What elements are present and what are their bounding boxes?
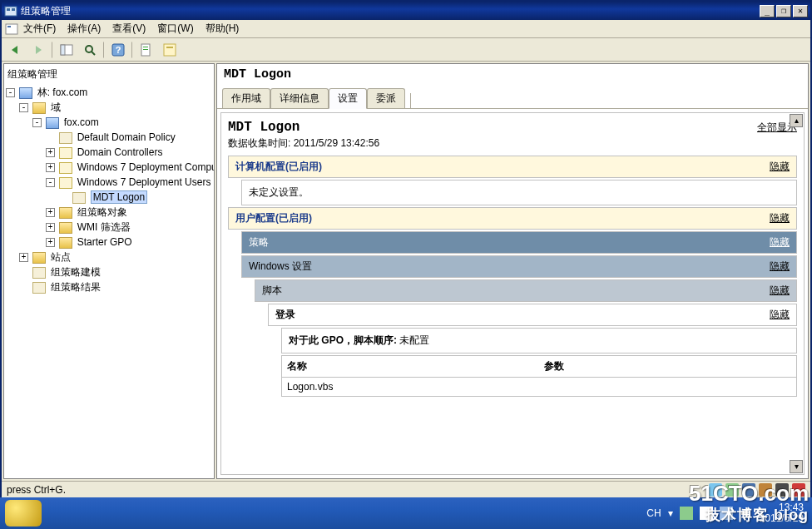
section-policy[interactable]: 策略 隐藏 xyxy=(241,231,797,254)
status-icon[interactable] xyxy=(742,483,755,497)
tree-wmi[interactable]: + WMI 筛选器 xyxy=(6,220,212,235)
folder-icon xyxy=(59,222,72,234)
tabs: 作用域 详细信息 设置 委派 xyxy=(217,85,808,109)
tree-modeling[interactable]: 组策略建模 xyxy=(6,264,212,279)
separator xyxy=(103,42,105,58)
tray-date[interactable]: 2011/5/29 xyxy=(760,513,804,524)
close-button[interactable]: ✕ xyxy=(793,5,808,17)
scroll-up-button[interactable]: ▴ xyxy=(790,114,803,127)
svg-rect-18 xyxy=(720,507,733,520)
tab-scope[interactable]: 作用域 xyxy=(222,88,270,108)
expander-icon[interactable]: + xyxy=(46,238,55,247)
flag-icon[interactable] xyxy=(700,507,713,520)
settings-report[interactable]: ▴ ▾ MDT Logon 全部显示 数据收集时间: 2011/5/29 13:… xyxy=(220,112,805,475)
status-icon[interactable] xyxy=(725,483,739,497)
tree-sites[interactable]: + 站点 xyxy=(6,250,212,264)
scroll-down-button[interactable]: ▾ xyxy=(790,460,803,473)
tab-separator xyxy=(410,93,411,108)
tree-view[interactable]: 组策略管理 - 林: fox.com - 域 - fox.com xyxy=(3,63,215,479)
tree-starter-gpo[interactable]: + Starter GPO xyxy=(6,235,212,250)
tab-details[interactable]: 详细信息 xyxy=(270,88,329,108)
app-icon xyxy=(4,4,17,17)
status-icon[interactable] xyxy=(759,483,772,497)
tab-settings[interactable]: 设置 xyxy=(329,88,367,109)
status-icon[interactable] xyxy=(792,483,805,497)
tree-w7u[interactable]: - Windows 7 Deployment Users xyxy=(6,175,212,190)
titlebar: 组策略管理 _ ❐ ✕ xyxy=(2,2,810,20)
svg-rect-4 xyxy=(7,26,11,27)
tree-label: WMI 筛选器 xyxy=(77,221,131,233)
tree-label: Starter GPO xyxy=(77,236,132,248)
table-row: Logon.vbs xyxy=(282,378,796,397)
toolbar-button-b[interactable] xyxy=(160,41,180,59)
section-computer-config[interactable]: 计算机配置(已启用) 隐藏 xyxy=(228,156,797,178)
find-button[interactable] xyxy=(80,41,100,59)
tree-results[interactable]: 组策略结果 xyxy=(6,279,212,294)
tree-label-selected: MDT Logon xyxy=(91,190,147,204)
status-bar: press Ctrl+G. xyxy=(2,481,810,497)
ime-indicator[interactable]: CH xyxy=(646,507,661,519)
tree-gpo-objects[interactable]: + 组策略对象 xyxy=(6,205,212,220)
tab-delegation[interactable]: 委派 xyxy=(367,88,405,108)
expander-icon[interactable]: - xyxy=(6,88,15,97)
tree-label: 站点 xyxy=(51,251,71,263)
hide-link[interactable]: 隐藏 xyxy=(770,308,790,322)
menu-view[interactable]: 查看(V) xyxy=(112,22,146,36)
tree-domains[interactable]: - 域 xyxy=(6,100,212,115)
show-hide-tree-button[interactable] xyxy=(57,41,77,59)
hide-link[interactable]: 隐藏 xyxy=(770,284,790,298)
tray-icon[interactable] xyxy=(680,507,693,520)
expander-icon[interactable]: + xyxy=(46,148,55,157)
col-name: 名称 xyxy=(282,356,539,378)
status-icon[interactable] xyxy=(709,483,722,497)
tree-domain[interactable]: - fox.com xyxy=(6,115,212,130)
network-icon[interactable] xyxy=(720,507,733,520)
expander-icon[interactable]: - xyxy=(19,103,28,112)
tree-label: 组策略对象 xyxy=(77,206,127,218)
menu-action[interactable]: 操作(A) xyxy=(67,22,101,36)
tree-w7c[interactable]: + Windows 7 Deployment Computers xyxy=(6,160,212,175)
hide-link[interactable]: 隐藏 xyxy=(770,160,790,174)
start-button[interactable] xyxy=(5,500,42,527)
expander-icon[interactable]: - xyxy=(46,178,55,187)
hide-link[interactable]: 隐藏 xyxy=(770,235,790,250)
restore-button[interactable]: ❐ xyxy=(776,5,791,17)
tree-label: Domain Controllers xyxy=(77,146,163,158)
report-icon xyxy=(32,282,46,294)
menu-help[interactable]: 帮助(H) xyxy=(205,22,240,36)
tree-label: 域 xyxy=(51,101,61,113)
tree-label: 林: fox.com xyxy=(37,87,88,98)
back-button[interactable] xyxy=(5,41,25,59)
mmc-icon xyxy=(5,22,18,36)
section-scripts[interactable]: 脚本 隐藏 xyxy=(255,279,797,302)
cell-param xyxy=(539,378,796,397)
hide-link[interactable]: 隐藏 xyxy=(770,260,790,274)
help-button[interactable]: ? xyxy=(108,41,128,59)
volume-icon[interactable] xyxy=(740,507,753,520)
expander-icon[interactable]: + xyxy=(46,223,55,232)
tree-dc[interactable]: + Domain Controllers xyxy=(6,145,212,160)
status-icon[interactable] xyxy=(775,483,789,497)
detail-pane: MDT Logon 作用域 详细信息 设置 委派 ▴ ▾ MDT Logon 全… xyxy=(216,63,809,479)
forward-button[interactable] xyxy=(28,41,48,59)
toolbar-button-a[interactable] xyxy=(136,41,156,59)
forest-icon xyxy=(19,87,32,99)
section-logon[interactable]: 登录 隐藏 xyxy=(268,304,797,326)
svg-rect-15 xyxy=(166,47,173,48)
hide-link[interactable]: 隐藏 xyxy=(770,211,790,225)
expander-icon[interactable]: + xyxy=(46,208,55,217)
minimize-button[interactable]: _ xyxy=(760,5,775,17)
menu-file[interactable]: 文件(F) xyxy=(23,22,56,36)
menu-window[interactable]: 窗口(W) xyxy=(157,22,193,36)
tree-mdt-logon[interactable]: MDT Logon xyxy=(6,190,212,205)
expander-icon[interactable]: + xyxy=(46,163,55,172)
tree-ddp[interactable]: Default Domain Policy xyxy=(6,130,212,145)
panel-icon xyxy=(60,43,73,57)
no-settings-box: 未定义设置。 xyxy=(241,180,797,205)
section-user-config[interactable]: 用户配置(已启用) 隐藏 xyxy=(228,207,797,230)
tree-forest[interactable]: - 林: fox.com xyxy=(6,85,212,100)
section-windows-settings[interactable]: Windows 设置 隐藏 xyxy=(241,255,797,278)
expander-icon[interactable]: + xyxy=(19,253,28,262)
gpmc-window: 组策略管理 _ ❐ ✕ 文件(F) 操作(A) 查看(V) 窗口(W) 帮助(H… xyxy=(0,0,812,497)
expander-icon[interactable]: - xyxy=(32,118,42,127)
